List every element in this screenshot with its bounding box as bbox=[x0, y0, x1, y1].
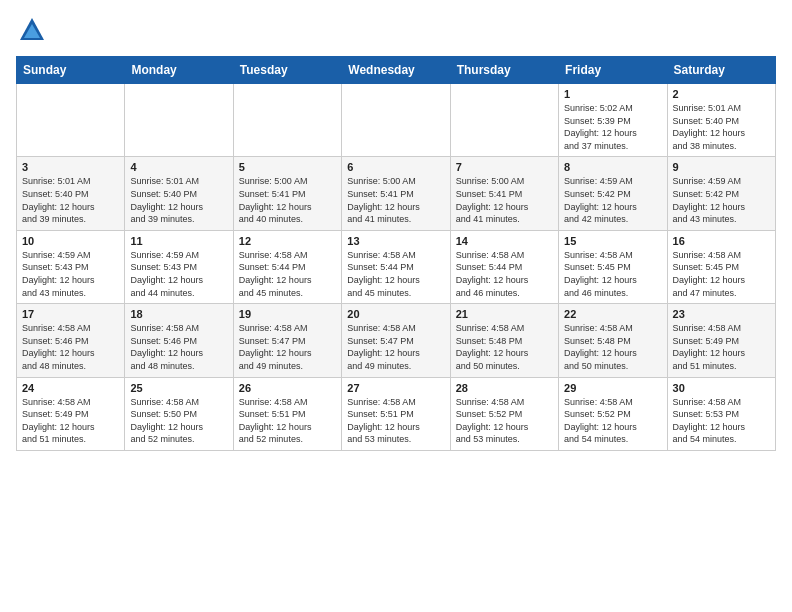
week-row-1: 1Sunrise: 5:02 AM Sunset: 5:39 PM Daylig… bbox=[17, 84, 776, 157]
day-cell: 2Sunrise: 5:01 AM Sunset: 5:40 PM Daylig… bbox=[667, 84, 775, 157]
day-cell: 7Sunrise: 5:00 AM Sunset: 5:41 PM Daylig… bbox=[450, 157, 558, 230]
weekday-header-tuesday: Tuesday bbox=[233, 57, 341, 84]
week-row-4: 17Sunrise: 4:58 AM Sunset: 5:46 PM Dayli… bbox=[17, 304, 776, 377]
day-info: Sunrise: 4:58 AM Sunset: 5:49 PM Dayligh… bbox=[22, 396, 119, 446]
day-info: Sunrise: 4:59 AM Sunset: 5:43 PM Dayligh… bbox=[22, 249, 119, 299]
day-info: Sunrise: 4:58 AM Sunset: 5:47 PM Dayligh… bbox=[239, 322, 336, 372]
page-header bbox=[16, 16, 776, 44]
day-cell: 12Sunrise: 4:58 AM Sunset: 5:44 PM Dayli… bbox=[233, 230, 341, 303]
day-number: 23 bbox=[673, 308, 770, 320]
day-cell: 25Sunrise: 4:58 AM Sunset: 5:50 PM Dayli… bbox=[125, 377, 233, 450]
day-info: Sunrise: 4:58 AM Sunset: 5:45 PM Dayligh… bbox=[564, 249, 661, 299]
day-number: 30 bbox=[673, 382, 770, 394]
day-number: 2 bbox=[673, 88, 770, 100]
day-number: 16 bbox=[673, 235, 770, 247]
day-cell: 8Sunrise: 4:59 AM Sunset: 5:42 PM Daylig… bbox=[559, 157, 667, 230]
day-number: 1 bbox=[564, 88, 661, 100]
day-info: Sunrise: 5:02 AM Sunset: 5:39 PM Dayligh… bbox=[564, 102, 661, 152]
day-info: Sunrise: 4:59 AM Sunset: 5:43 PM Dayligh… bbox=[130, 249, 227, 299]
day-cell: 18Sunrise: 4:58 AM Sunset: 5:46 PM Dayli… bbox=[125, 304, 233, 377]
day-number: 17 bbox=[22, 308, 119, 320]
day-number: 14 bbox=[456, 235, 553, 247]
week-row-5: 24Sunrise: 4:58 AM Sunset: 5:49 PM Dayli… bbox=[17, 377, 776, 450]
day-info: Sunrise: 5:01 AM Sunset: 5:40 PM Dayligh… bbox=[130, 175, 227, 225]
day-cell: 6Sunrise: 5:00 AM Sunset: 5:41 PM Daylig… bbox=[342, 157, 450, 230]
day-number: 22 bbox=[564, 308, 661, 320]
day-cell: 19Sunrise: 4:58 AM Sunset: 5:47 PM Dayli… bbox=[233, 304, 341, 377]
day-info: Sunrise: 4:58 AM Sunset: 5:46 PM Dayligh… bbox=[130, 322, 227, 372]
day-info: Sunrise: 5:00 AM Sunset: 5:41 PM Dayligh… bbox=[347, 175, 444, 225]
week-row-3: 10Sunrise: 4:59 AM Sunset: 5:43 PM Dayli… bbox=[17, 230, 776, 303]
day-cell: 11Sunrise: 4:59 AM Sunset: 5:43 PM Dayli… bbox=[125, 230, 233, 303]
day-cell: 22Sunrise: 4:58 AM Sunset: 5:48 PM Dayli… bbox=[559, 304, 667, 377]
day-info: Sunrise: 4:58 AM Sunset: 5:45 PM Dayligh… bbox=[673, 249, 770, 299]
weekday-header-sunday: Sunday bbox=[17, 57, 125, 84]
day-cell: 13Sunrise: 4:58 AM Sunset: 5:44 PM Dayli… bbox=[342, 230, 450, 303]
day-info: Sunrise: 4:58 AM Sunset: 5:49 PM Dayligh… bbox=[673, 322, 770, 372]
calendar: SundayMondayTuesdayWednesdayThursdayFrid… bbox=[16, 56, 776, 451]
day-number: 25 bbox=[130, 382, 227, 394]
day-number: 29 bbox=[564, 382, 661, 394]
day-cell bbox=[450, 84, 558, 157]
day-info: Sunrise: 4:58 AM Sunset: 5:52 PM Dayligh… bbox=[456, 396, 553, 446]
day-cell: 27Sunrise: 4:58 AM Sunset: 5:51 PM Dayli… bbox=[342, 377, 450, 450]
day-cell: 15Sunrise: 4:58 AM Sunset: 5:45 PM Dayli… bbox=[559, 230, 667, 303]
day-number: 4 bbox=[130, 161, 227, 173]
day-number: 21 bbox=[456, 308, 553, 320]
day-cell bbox=[17, 84, 125, 157]
day-cell bbox=[233, 84, 341, 157]
day-info: Sunrise: 4:58 AM Sunset: 5:51 PM Dayligh… bbox=[347, 396, 444, 446]
day-number: 12 bbox=[239, 235, 336, 247]
day-number: 9 bbox=[673, 161, 770, 173]
weekday-header-saturday: Saturday bbox=[667, 57, 775, 84]
day-cell: 24Sunrise: 4:58 AM Sunset: 5:49 PM Dayli… bbox=[17, 377, 125, 450]
day-number: 5 bbox=[239, 161, 336, 173]
weekday-header-row: SundayMondayTuesdayWednesdayThursdayFrid… bbox=[17, 57, 776, 84]
day-number: 15 bbox=[564, 235, 661, 247]
day-cell: 9Sunrise: 4:59 AM Sunset: 5:42 PM Daylig… bbox=[667, 157, 775, 230]
day-cell: 28Sunrise: 4:58 AM Sunset: 5:52 PM Dayli… bbox=[450, 377, 558, 450]
day-info: Sunrise: 5:00 AM Sunset: 5:41 PM Dayligh… bbox=[239, 175, 336, 225]
week-row-2: 3Sunrise: 5:01 AM Sunset: 5:40 PM Daylig… bbox=[17, 157, 776, 230]
day-info: Sunrise: 4:59 AM Sunset: 5:42 PM Dayligh… bbox=[673, 175, 770, 225]
day-info: Sunrise: 4:58 AM Sunset: 5:51 PM Dayligh… bbox=[239, 396, 336, 446]
day-number: 6 bbox=[347, 161, 444, 173]
weekday-header-wednesday: Wednesday bbox=[342, 57, 450, 84]
day-cell: 30Sunrise: 4:58 AM Sunset: 5:53 PM Dayli… bbox=[667, 377, 775, 450]
day-cell: 1Sunrise: 5:02 AM Sunset: 5:39 PM Daylig… bbox=[559, 84, 667, 157]
day-cell: 26Sunrise: 4:58 AM Sunset: 5:51 PM Dayli… bbox=[233, 377, 341, 450]
day-info: Sunrise: 4:58 AM Sunset: 5:52 PM Dayligh… bbox=[564, 396, 661, 446]
day-cell bbox=[125, 84, 233, 157]
day-number: 8 bbox=[564, 161, 661, 173]
day-info: Sunrise: 5:01 AM Sunset: 5:40 PM Dayligh… bbox=[673, 102, 770, 152]
day-cell: 14Sunrise: 4:58 AM Sunset: 5:44 PM Dayli… bbox=[450, 230, 558, 303]
day-number: 10 bbox=[22, 235, 119, 247]
logo-icon bbox=[18, 16, 46, 44]
day-cell: 5Sunrise: 5:00 AM Sunset: 5:41 PM Daylig… bbox=[233, 157, 341, 230]
day-number: 27 bbox=[347, 382, 444, 394]
day-cell: 20Sunrise: 4:58 AM Sunset: 5:47 PM Dayli… bbox=[342, 304, 450, 377]
day-info: Sunrise: 4:58 AM Sunset: 5:44 PM Dayligh… bbox=[456, 249, 553, 299]
day-info: Sunrise: 4:58 AM Sunset: 5:47 PM Dayligh… bbox=[347, 322, 444, 372]
day-info: Sunrise: 5:01 AM Sunset: 5:40 PM Dayligh… bbox=[22, 175, 119, 225]
day-number: 18 bbox=[130, 308, 227, 320]
day-cell: 21Sunrise: 4:58 AM Sunset: 5:48 PM Dayli… bbox=[450, 304, 558, 377]
day-cell: 10Sunrise: 4:59 AM Sunset: 5:43 PM Dayli… bbox=[17, 230, 125, 303]
day-info: Sunrise: 4:58 AM Sunset: 5:48 PM Dayligh… bbox=[564, 322, 661, 372]
day-info: Sunrise: 4:58 AM Sunset: 5:53 PM Dayligh… bbox=[673, 396, 770, 446]
day-number: 3 bbox=[22, 161, 119, 173]
day-info: Sunrise: 5:00 AM Sunset: 5:41 PM Dayligh… bbox=[456, 175, 553, 225]
day-info: Sunrise: 4:58 AM Sunset: 5:48 PM Dayligh… bbox=[456, 322, 553, 372]
day-info: Sunrise: 4:59 AM Sunset: 5:42 PM Dayligh… bbox=[564, 175, 661, 225]
day-info: Sunrise: 4:58 AM Sunset: 5:44 PM Dayligh… bbox=[239, 249, 336, 299]
day-cell: 4Sunrise: 5:01 AM Sunset: 5:40 PM Daylig… bbox=[125, 157, 233, 230]
weekday-header-friday: Friday bbox=[559, 57, 667, 84]
day-info: Sunrise: 4:58 AM Sunset: 5:50 PM Dayligh… bbox=[130, 396, 227, 446]
day-number: 7 bbox=[456, 161, 553, 173]
weekday-header-monday: Monday bbox=[125, 57, 233, 84]
day-info: Sunrise: 4:58 AM Sunset: 5:46 PM Dayligh… bbox=[22, 322, 119, 372]
day-cell: 23Sunrise: 4:58 AM Sunset: 5:49 PM Dayli… bbox=[667, 304, 775, 377]
weekday-header-thursday: Thursday bbox=[450, 57, 558, 84]
day-number: 11 bbox=[130, 235, 227, 247]
day-number: 19 bbox=[239, 308, 336, 320]
